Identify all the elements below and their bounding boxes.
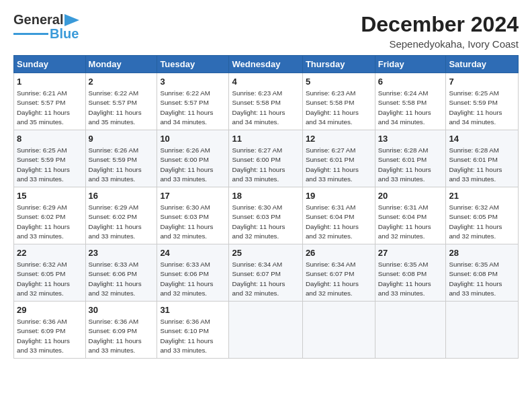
day-info: Sunrise: 6:22 AM Sunset: 5:57 PM Dayligh… [160, 89, 226, 127]
day-number: 16 [89, 190, 154, 202]
day-info: Sunrise: 6:31 AM Sunset: 6:04 PM Dayligh… [306, 203, 372, 241]
day-number: 15 [17, 190, 83, 202]
calendar-body: 1Sunrise: 6:21 AM Sunset: 5:57 PM Daylig… [14, 73, 519, 359]
day-cell-26: 26Sunrise: 6:34 AM Sunset: 6:07 PM Dayli… [302, 244, 375, 302]
weekday-header-monday: Monday [85, 56, 157, 73]
day-info: Sunrise: 6:30 AM Sunset: 6:03 PM Dayligh… [232, 203, 299, 241]
empty-cell [446, 302, 519, 359]
day-number: 5 [306, 76, 372, 88]
day-cell-2: 2Sunrise: 6:22 AM Sunset: 5:57 PM Daylig… [85, 73, 157, 130]
day-number: 7 [449, 76, 515, 88]
day-cell-28: 28Sunrise: 6:35 AM Sunset: 6:08 PM Dayli… [446, 244, 519, 302]
day-cell-25: 25Sunrise: 6:34 AM Sunset: 6:07 PM Dayli… [229, 244, 302, 302]
day-number: 23 [89, 247, 154, 259]
day-cell-1: 1Sunrise: 6:21 AM Sunset: 5:57 PM Daylig… [14, 73, 86, 130]
week-row-4: 22Sunrise: 6:32 AM Sunset: 6:05 PM Dayli… [14, 244, 519, 302]
week-row-2: 8Sunrise: 6:25 AM Sunset: 5:59 PM Daylig… [14, 130, 519, 187]
day-cell-15: 15Sunrise: 6:29 AM Sunset: 6:02 PM Dayli… [14, 187, 86, 244]
day-info: Sunrise: 6:35 AM Sunset: 6:08 PM Dayligh… [378, 260, 443, 298]
weekday-header-wednesday: Wednesday [229, 56, 302, 73]
day-cell-6: 6Sunrise: 6:24 AM Sunset: 5:58 PM Daylig… [375, 73, 446, 130]
week-row-3: 15Sunrise: 6:29 AM Sunset: 6:02 PM Dayli… [14, 187, 519, 244]
day-cell-19: 19Sunrise: 6:31 AM Sunset: 6:04 PM Dayli… [302, 187, 375, 244]
weekday-header-tuesday: Tuesday [157, 56, 229, 73]
day-cell-9: 9Sunrise: 6:26 AM Sunset: 5:59 PM Daylig… [85, 130, 157, 187]
day-cell-30: 30Sunrise: 6:36 AM Sunset: 6:09 PM Dayli… [85, 302, 157, 359]
day-info: Sunrise: 6:33 AM Sunset: 6:06 PM Dayligh… [160, 260, 226, 298]
day-number: 4 [232, 76, 299, 88]
day-cell-11: 11Sunrise: 6:27 AM Sunset: 6:00 PM Dayli… [229, 130, 302, 187]
logo-general: General [13, 12, 63, 28]
logo: General Blue [13, 12, 79, 42]
day-info: Sunrise: 6:23 AM Sunset: 5:58 PM Dayligh… [306, 89, 372, 127]
day-number: 30 [89, 304, 154, 316]
weekday-header-friday: Friday [375, 56, 446, 73]
day-info: Sunrise: 6:24 AM Sunset: 5:58 PM Dayligh… [378, 89, 443, 127]
day-info: Sunrise: 6:34 AM Sunset: 6:07 PM Dayligh… [306, 260, 372, 298]
day-info: Sunrise: 6:27 AM Sunset: 6:00 PM Dayligh… [232, 146, 299, 184]
weekday-header-sunday: Sunday [14, 56, 86, 73]
day-number: 9 [89, 133, 154, 145]
day-info: Sunrise: 6:23 AM Sunset: 5:58 PM Dayligh… [232, 89, 299, 127]
day-info: Sunrise: 6:29 AM Sunset: 6:02 PM Dayligh… [89, 203, 154, 241]
day-number: 27 [378, 247, 443, 259]
day-number: 2 [89, 76, 154, 88]
day-cell-16: 16Sunrise: 6:29 AM Sunset: 6:02 PM Dayli… [85, 187, 157, 244]
day-number: 26 [306, 247, 372, 259]
day-number: 6 [378, 76, 443, 88]
day-number: 10 [160, 133, 226, 145]
day-info: Sunrise: 6:36 AM Sunset: 6:09 PM Dayligh… [17, 317, 83, 355]
day-cell-17: 17Sunrise: 6:30 AM Sunset: 6:03 PM Dayli… [157, 187, 229, 244]
day-number: 17 [160, 190, 226, 202]
day-number: 13 [378, 133, 443, 145]
day-cell-4: 4Sunrise: 6:23 AM Sunset: 5:58 PM Daylig… [229, 73, 302, 130]
title-area: December 2024 Sepenedyokaha, Ivory Coast [361, 12, 519, 50]
day-info: Sunrise: 6:32 AM Sunset: 6:05 PM Dayligh… [17, 260, 83, 298]
page: General Blue December 2024 Sepenedyokaha… [0, 0, 532, 411]
day-info: Sunrise: 6:32 AM Sunset: 6:05 PM Dayligh… [449, 203, 515, 241]
day-info: Sunrise: 6:22 AM Sunset: 5:57 PM Dayligh… [89, 89, 154, 127]
week-row-1: 1Sunrise: 6:21 AM Sunset: 5:57 PM Daylig… [14, 73, 519, 130]
day-number: 1 [17, 76, 83, 88]
day-number: 31 [160, 304, 226, 316]
day-number: 28 [449, 247, 515, 259]
day-cell-23: 23Sunrise: 6:33 AM Sunset: 6:06 PM Dayli… [85, 244, 157, 302]
empty-cell [229, 302, 302, 359]
logo-arrow-icon [64, 14, 79, 26]
weekday-row: SundayMondayTuesdayWednesdayThursdayFrid… [14, 56, 519, 73]
logo-blue: Blue [50, 26, 79, 42]
day-info: Sunrise: 6:28 AM Sunset: 6:01 PM Dayligh… [449, 146, 515, 184]
day-info: Sunrise: 6:25 AM Sunset: 5:59 PM Dayligh… [17, 146, 83, 184]
day-info: Sunrise: 6:29 AM Sunset: 6:02 PM Dayligh… [17, 203, 83, 241]
day-number: 11 [232, 133, 299, 145]
calendar: SundayMondayTuesdayWednesdayThursdayFrid… [13, 55, 519, 359]
day-info: Sunrise: 6:25 AM Sunset: 5:59 PM Dayligh… [449, 89, 515, 127]
svg-marker-0 [64, 14, 79, 26]
day-number: 25 [232, 247, 299, 259]
weekday-header-saturday: Saturday [446, 56, 519, 73]
day-cell-21: 21Sunrise: 6:32 AM Sunset: 6:05 PM Dayli… [446, 187, 519, 244]
empty-cell [375, 302, 446, 359]
day-cell-29: 29Sunrise: 6:36 AM Sunset: 6:09 PM Dayli… [14, 302, 86, 359]
day-number: 19 [306, 190, 372, 202]
day-number: 14 [449, 133, 515, 145]
day-cell-27: 27Sunrise: 6:35 AM Sunset: 6:08 PM Dayli… [375, 244, 446, 302]
day-number: 12 [306, 133, 372, 145]
day-info: Sunrise: 6:33 AM Sunset: 6:06 PM Dayligh… [89, 260, 154, 298]
header-area: General Blue December 2024 Sepenedyokaha… [13, 12, 519, 50]
day-number: 29 [17, 304, 83, 316]
day-cell-18: 18Sunrise: 6:30 AM Sunset: 6:03 PM Dayli… [229, 187, 302, 244]
day-number: 21 [449, 190, 515, 202]
day-number: 8 [17, 133, 83, 145]
day-info: Sunrise: 6:31 AM Sunset: 6:04 PM Dayligh… [378, 203, 443, 241]
day-info: Sunrise: 6:35 AM Sunset: 6:08 PM Dayligh… [449, 260, 515, 298]
day-info: Sunrise: 6:36 AM Sunset: 6:10 PM Dayligh… [160, 317, 226, 355]
day-number: 22 [17, 247, 83, 259]
empty-cell [302, 302, 375, 359]
day-info: Sunrise: 6:26 AM Sunset: 6:00 PM Dayligh… [160, 146, 226, 184]
location-title: Sepenedyokaha, Ivory Coast [361, 38, 519, 50]
day-cell-7: 7Sunrise: 6:25 AM Sunset: 5:59 PM Daylig… [446, 73, 519, 130]
day-info: Sunrise: 6:28 AM Sunset: 6:01 PM Dayligh… [378, 146, 443, 184]
day-info: Sunrise: 6:36 AM Sunset: 6:09 PM Dayligh… [89, 317, 154, 355]
day-info: Sunrise: 6:30 AM Sunset: 6:03 PM Dayligh… [160, 203, 226, 241]
